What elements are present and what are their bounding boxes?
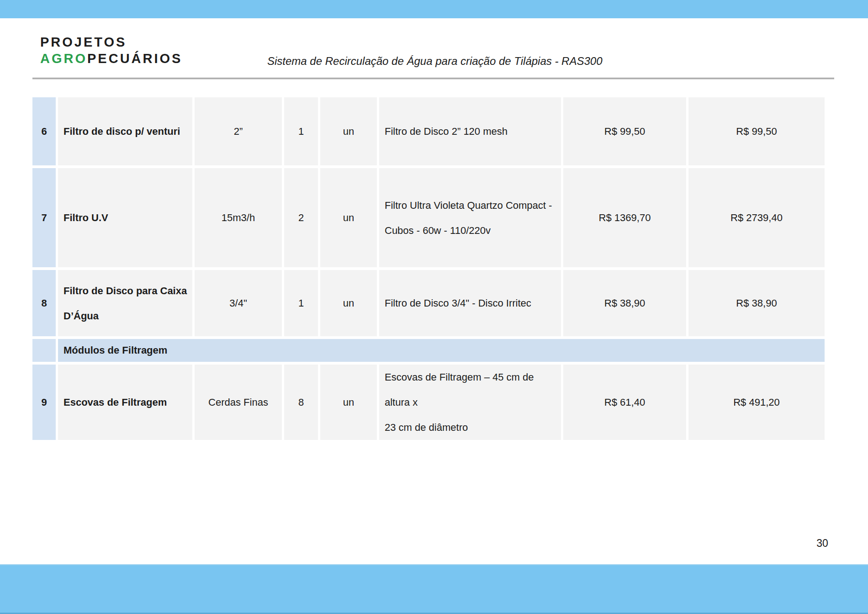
item-cell: Escovas de Filtragem bbox=[58, 365, 192, 440]
item-cell: Filtro de Disco para Caixa D’Água bbox=[58, 270, 192, 336]
bottom-blue-bar bbox=[0, 564, 868, 614]
description-cell: Escovas de Filtragem – 45 cm de altura x… bbox=[379, 365, 561, 440]
logo-line1: PROJETOS bbox=[40, 34, 182, 50]
item-cell: Filtro U.V bbox=[58, 168, 192, 267]
unit-cell: un bbox=[320, 270, 377, 336]
total-price-cell: R$ 491,20 bbox=[688, 365, 825, 440]
unit-price-cell: R$ 99,50 bbox=[563, 97, 686, 165]
qty-cell: 2 bbox=[284, 168, 318, 267]
unit-price-cell: R$ 1369,70 bbox=[563, 168, 686, 267]
document-title: Sistema de Recirculação de Água para cri… bbox=[267, 55, 603, 68]
qty-cell: 8 bbox=[284, 365, 318, 440]
logo-agro-text: AGRO bbox=[40, 51, 87, 66]
document-page: PROJETOS AGROPECUÁRIOS Sistema de Recirc… bbox=[0, 0, 868, 614]
unit-cell: un bbox=[320, 365, 377, 440]
top-blue-bar bbox=[0, 0, 868, 18]
item-cell: Filtro de disco p/ venturi bbox=[58, 97, 192, 165]
page-number: 30 bbox=[812, 537, 832, 550]
spec-cell: 15m3/h bbox=[195, 168, 282, 267]
table-row: 7 Filtro U.V 15m3/h 2 un Filtro Ultra Vi… bbox=[32, 168, 825, 267]
unit-price-cell: R$ 38,90 bbox=[563, 270, 686, 336]
qty-cell: 1 bbox=[284, 270, 318, 336]
unit-cell: un bbox=[320, 97, 377, 165]
table-row: 9 Escovas de Filtragem Cerdas Finas 8 un… bbox=[32, 365, 825, 432]
row-number-cell: 8 bbox=[32, 270, 56, 336]
row-number-cell: 7 bbox=[32, 168, 56, 267]
table-row: 6 Filtro de disco p/ venturi 2” 1 un Fil… bbox=[32, 97, 825, 165]
description-cell: Filtro Ultra Violeta Quartzo Compact - C… bbox=[379, 168, 561, 267]
spec-cell: Cerdas Finas bbox=[195, 365, 282, 440]
section-title: Módulos de Filtragem bbox=[58, 339, 825, 362]
section-header-row: Módulos de Filtragem bbox=[32, 339, 825, 362]
row-number-cell: 6 bbox=[32, 97, 56, 165]
spec-cell: 3/4" bbox=[195, 270, 282, 336]
company-logo: PROJETOS AGROPECUÁRIOS bbox=[40, 34, 182, 67]
budget-table: 6 Filtro de disco p/ venturi 2” 1 un Fil… bbox=[32, 97, 825, 434]
logo-line2: AGROPECUÁRIOS bbox=[40, 50, 182, 67]
unit-cell: un bbox=[320, 168, 377, 267]
total-price-cell: R$ 38,90 bbox=[688, 270, 825, 336]
logo-pecuarios-text: PECUÁRIOS bbox=[87, 51, 182, 66]
total-price-cell: R$ 99,50 bbox=[688, 97, 825, 165]
qty-cell: 1 bbox=[284, 97, 318, 165]
spec-cell: 2” bbox=[195, 97, 282, 165]
row-number-cell: 9 bbox=[32, 365, 56, 440]
total-price-cell: R$ 2739,40 bbox=[688, 168, 825, 267]
description-cell: Filtro de Disco 3/4" - Disco Irritec bbox=[379, 270, 561, 336]
section-number-cell bbox=[32, 339, 56, 362]
header-divider bbox=[32, 78, 834, 79]
description-cell: Filtro de Disco 2” 120 mesh bbox=[379, 97, 561, 165]
table-row: 8 Filtro de Disco para Caixa D’Água 3/4"… bbox=[32, 270, 825, 336]
unit-price-cell: R$ 61,40 bbox=[563, 365, 686, 440]
